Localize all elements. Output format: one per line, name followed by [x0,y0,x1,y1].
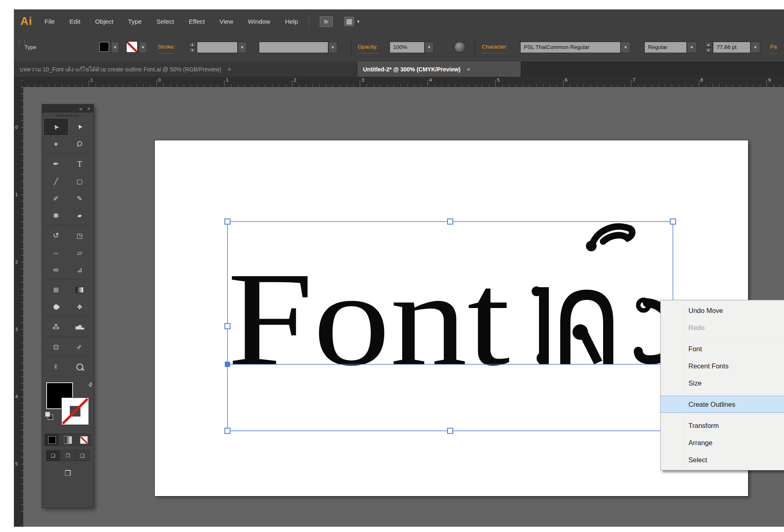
context-menu-item-undo-move[interactable]: Undo Move [661,302,784,319]
thai-word-shapes[interactable] [532,226,671,364]
document-tab-2[interactable]: Untitled-2* @ 300% (CMYK/Preview)× [357,62,521,77]
tool-pen-tool[interactable]: ✒ [44,156,68,172]
menu-window[interactable]: Window [248,18,270,25]
tool-direct-selection-tool[interactable]: ➤ [68,119,91,135]
tool-hand-tool[interactable]: ✌ [44,359,68,375]
menu-object[interactable]: Object [95,18,114,25]
menu-view[interactable]: View [220,18,233,25]
variable-width-profile-input[interactable] [259,42,328,53]
font-size-dropdown[interactable]: ▼ [751,42,760,53]
menu-edit[interactable]: Edit [69,18,80,25]
bridge-button[interactable]: Br [320,16,333,27]
opacity-dropdown[interactable]: ▼ [425,42,434,53]
tool-gradient-tool[interactable] [68,282,91,298]
workspace-switcher[interactable]: ▦ ▼ [344,17,360,26]
tool-mesh-tool[interactable]: ⊞ [44,282,68,298]
menu-type[interactable]: Type [128,18,142,25]
context-menu-item-font[interactable]: Font [661,340,784,357]
menu-help[interactable]: Help [285,18,298,25]
context-menu-item-create-outlines[interactable]: Create Outlines [661,396,784,413]
context-menu-item-arrange[interactable]: Arrange [661,434,784,451]
stroke-panel-label[interactable]: Stroke: [158,42,175,53]
font-style-dropdown[interactable]: ▼ [687,42,697,53]
tool-paintbrush-tool[interactable]: ✐ [44,190,68,206]
stroke-color-swatch[interactable] [127,42,137,52]
tool-eraser-tool[interactable]: ▰ [68,207,91,224]
selection-handle-top-right[interactable] [670,219,676,224]
tool-eyedropper-tool[interactable] [44,299,68,315]
character-panel-label[interactable]: Character: [482,42,508,53]
selection-handle-top-left[interactable] [225,219,230,224]
selection-handle-top-center[interactable] [448,219,453,224]
font-size-stepper[interactable]: ▲▼ [705,42,712,53]
tab-close-icon[interactable]: × [467,66,470,73]
collapse-panel-icon[interactable]: « [79,106,82,112]
selection-handle-middle-left[interactable] [225,324,230,329]
tool-lasso-tool[interactable]: Ϙ [68,136,91,152]
tool-magic-wand-tool[interactable]: ✶ [44,136,68,152]
selection-handle-bottom-left[interactable] [225,428,230,434]
gradient-button[interactable] [60,434,75,446]
panel-grip-icon[interactable] [57,115,78,117]
tool-shape-builder-tool[interactable]: ∞ [44,262,68,278]
tool-zoom-tool[interactable] [68,359,91,375]
tool-blob-brush-tool[interactable]: ✽ [44,207,68,224]
latin-text[interactable]: Font [227,244,510,393]
recolor-artwork-icon[interactable] [454,42,466,53]
tool-perspective-grid-tool[interactable]: ⊿ [68,262,91,278]
tool-selection-tool[interactable]: ➤ [44,119,68,135]
draw-normal-button[interactable]: ❏ [46,450,60,461]
swap-fill-stroke-icon[interactable]: ⇄ [87,381,94,388]
tool-symbol-sprayer-tool[interactable]: ⁂ [44,319,68,335]
tool-width-tool[interactable]: ↔ [44,244,68,261]
tool-line-segment-tool[interactable]: ╱ [44,173,68,189]
color-button[interactable] [45,434,59,446]
stroke-swatch[interactable] [62,398,89,425]
tool-scale-tool[interactable]: ◳ [68,227,91,244]
menu-select[interactable]: Select [156,18,174,25]
default-fill-stroke-icon[interactable] [45,412,53,420]
close-panel-icon[interactable]: × [87,106,90,112]
font-family-input[interactable]: PSL ThaiCommon Regular [520,42,621,53]
vertical-ruler[interactable]: 012345 [14,77,24,527]
menu-effect[interactable]: Effect [189,18,205,25]
opacity-input[interactable]: 100% [390,42,425,53]
tool-column-graph-tool[interactable]: ▅▇▃ [68,319,91,335]
tool-pencil-tool[interactable]: ✎ [68,190,91,206]
variable-width-profile-dropdown[interactable]: ▼ [328,42,337,53]
tab-close-icon[interactable]: × [227,66,231,73]
stroke-weight-input[interactable] [197,42,238,53]
draw-behind-button[interactable]: ❐ [61,450,75,461]
artboard[interactable]: Font [155,140,748,496]
opacity-panel-label[interactable]: Opacity: [358,42,378,53]
fill-dropdown-button[interactable]: ▼ [111,42,119,53]
tool-type-tool[interactable]: T [68,156,91,172]
context-menu-item-size[interactable]: Size [661,375,784,392]
tool-artboard-tool[interactable]: ⊡ [44,339,68,355]
document-tab-1[interactable]: บทความ 10_Font เด้ง แก้ไขได้ด้วย create … [14,62,357,77]
menu-file[interactable]: File [45,18,55,25]
selected-text-object[interactable]: Font [227,226,671,393]
font-style-input[interactable]: Regular [644,42,687,53]
tool-slice-tool[interactable]: ✂ [68,339,91,355]
fill-color-swatch[interactable] [99,42,109,52]
tool-rotate-tool[interactable]: ↺ [44,227,68,244]
baseline-anchor-handle[interactable] [225,362,230,367]
font-family-dropdown[interactable]: ▼ [621,42,630,53]
context-menu-item-transform[interactable]: Transform [661,417,784,434]
paragraph-panel-label[interactable]: Pa [770,42,777,53]
screen-mode-button[interactable]: ❐ [58,467,77,480]
context-menu-item-recent-fonts[interactable]: Recent Fonts [661,357,784,375]
tool-rectangle-tool[interactable]: ▢ [68,173,91,189]
stroke-dropdown-button[interactable]: ▼ [139,42,147,53]
context-menu-item-select[interactable]: Select [661,451,784,468]
none-button[interactable] [76,434,91,446]
font-size-input[interactable]: 77.66 pt [713,42,751,53]
draw-inside-button[interactable]: ❑ [76,450,89,461]
stroke-weight-dropdown[interactable]: ▼ [238,42,247,53]
stroke-weight-stepper[interactable]: ▲▼ [189,42,196,53]
horizontal-ruler[interactable]: 10123456789 [23,77,784,87]
selection-handle-bottom-center[interactable] [448,428,453,434]
tool-free-transform-tool[interactable]: ▱ [68,244,91,261]
tool-blend-tool[interactable]: ❖ [68,299,91,315]
